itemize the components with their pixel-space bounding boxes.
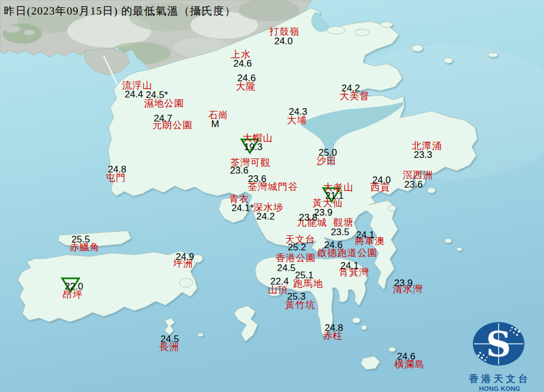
hei-ling-chau-island [179,278,193,287]
map-title: 昨日(2023年09月15日) 的最低氣溫（攝氏度） [4,3,236,18]
ninepin-islet [445,239,452,243]
islet [361,325,367,330]
tung-ping-chau-island [488,53,498,57]
hko-min-temp-map: 打鼓嶺24.0上水24.6大隴24.6大美督24.2流浮山24.4濕地公園24.… [0,0,544,392]
islet [427,188,435,193]
ninepin-islet [457,248,462,251]
islet [198,333,203,337]
mainland-islet [24,30,35,35]
mirs-bay-island [380,22,393,27]
logo-s-swirl: S [486,324,512,365]
islet [388,206,396,211]
logo-english-name: HONG KONG OBSERVATORY [458,385,542,392]
mirs-bay-island [444,58,453,63]
mirs-bay-island [327,26,345,34]
ap-lei-chau-island [268,290,281,296]
hko-logo-emblem: S [458,318,542,370]
mainland-islet [4,26,20,32]
mirs-bay-island [355,29,369,36]
kau-sai-chau-island [415,174,425,186]
hko-logo: S 香港天文台 HONG KONG OBSERVATORY [458,318,542,392]
mirs-bay-island [412,45,423,52]
waglan-island [389,347,396,352]
peng-chau-island [192,255,203,263]
islet [352,318,360,323]
logo-chinese-name: 香港天文台 [458,372,542,385]
